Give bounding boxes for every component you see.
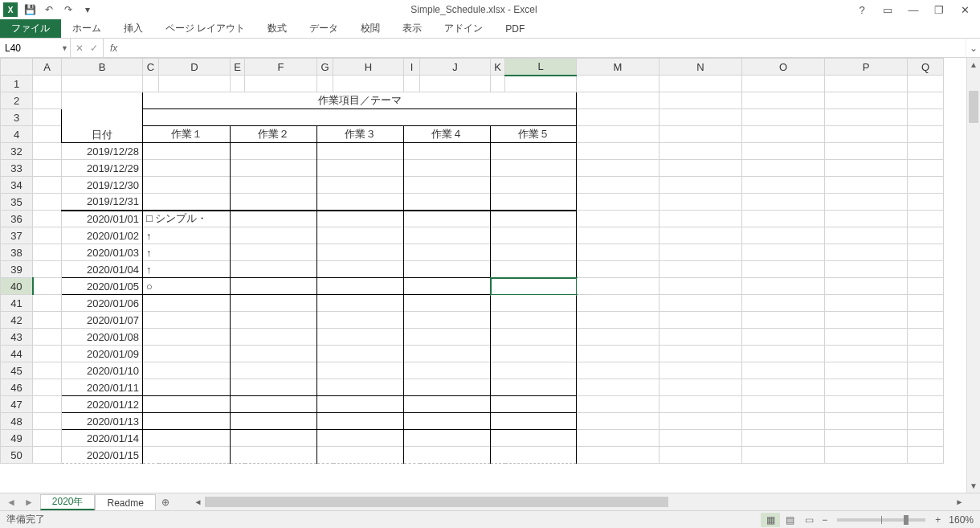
cell-Q38[interactable] — [908, 244, 944, 261]
cell-M33[interactable] — [577, 160, 659, 177]
cell-A37[interactable] — [33, 227, 62, 244]
cell-O32[interactable] — [742, 143, 825, 160]
cell-E50[interactable] — [231, 447, 317, 464]
sheet-tab-2[interactable]: Readme — [95, 494, 155, 510]
redo-button[interactable]: ↷ — [61, 2, 76, 17]
cell-M47[interactable] — [577, 396, 659, 413]
cell-Q47[interactable] — [908, 396, 944, 413]
cell-K49[interactable] — [491, 430, 577, 447]
cell-G35[interactable] — [317, 194, 404, 211]
cell-P2[interactable] — [825, 92, 908, 109]
cell-K36[interactable] — [491, 211, 577, 227]
cell-C42[interactable] — [143, 312, 231, 329]
cell-B2[interactable]: 日付 — [62, 92, 143, 143]
row-header-35[interactable]: 35 — [1, 194, 33, 211]
cell-P43[interactable] — [825, 329, 908, 346]
col-header-N[interactable]: N — [659, 59, 742, 76]
cell-K32[interactable] — [491, 143, 577, 160]
cell-D1[interactable] — [159, 76, 231, 92]
cell-E4[interactable]: 作業２ — [231, 126, 317, 143]
cell-O45[interactable] — [742, 362, 825, 379]
tab-review[interactable]: 校閲 — [349, 19, 391, 38]
cell-B33[interactable]: 2019/12/29 — [62, 160, 143, 177]
cell-C2[interactable]: 作業項目／テーマ — [143, 92, 577, 109]
col-header-H[interactable]: H — [333, 59, 404, 76]
cell-A42[interactable] — [33, 312, 62, 329]
col-header-D[interactable]: D — [159, 59, 231, 76]
cell-Q49[interactable] — [908, 430, 944, 447]
cell-G47[interactable] — [317, 396, 404, 413]
worksheet-grid[interactable]: ABCDEFGHIJKLMNOPQ12日付作業項目／テーマ34作業１作業２作業３… — [0, 58, 980, 493]
row-header-42[interactable]: 42 — [1, 312, 33, 329]
cell-M49[interactable] — [577, 430, 659, 447]
cell-I39[interactable] — [404, 261, 491, 278]
cell-M1[interactable] — [577, 76, 659, 92]
cell-C35[interactable] — [143, 194, 231, 211]
cell-N1[interactable] — [659, 76, 742, 92]
cell-M37[interactable] — [577, 227, 659, 244]
cell-B35[interactable]: 2019/12/31 — [62, 194, 143, 211]
cell-C3[interactable] — [143, 109, 577, 126]
cell-Q4[interactable] — [908, 126, 944, 143]
cell-Q36[interactable] — [908, 211, 944, 227]
cell-E48[interactable] — [231, 413, 317, 430]
row-header-41[interactable]: 41 — [1, 295, 33, 312]
cell-L1[interactable] — [505, 76, 577, 92]
fx-label[interactable]: fx — [104, 39, 124, 57]
row-header-4[interactable]: 4 — [1, 126, 33, 143]
cell-N44[interactable] — [659, 346, 742, 362]
cell-C46[interactable] — [143, 379, 231, 396]
cell-K42[interactable] — [491, 312, 577, 329]
row-header-1[interactable]: 1 — [1, 76, 33, 92]
cell-E47[interactable] — [231, 396, 317, 413]
view-normal-button[interactable]: ▦ — [761, 513, 780, 527]
cell-K33[interactable] — [491, 160, 577, 177]
cell-G32[interactable] — [317, 143, 404, 160]
cell-O46[interactable] — [742, 379, 825, 396]
cell-P36[interactable] — [825, 211, 908, 227]
tab-file[interactable]: ファイル — [0, 19, 61, 38]
cell-K43[interactable] — [491, 329, 577, 346]
col-header-J[interactable]: J — [420, 59, 491, 76]
cell-C41[interactable] — [143, 295, 231, 312]
cell-Q3[interactable] — [908, 109, 944, 126]
cell-P34[interactable] — [825, 177, 908, 194]
cell-M32[interactable] — [577, 143, 659, 160]
cell-A36[interactable] — [33, 211, 62, 227]
cell-I34[interactable] — [404, 177, 491, 194]
cell-Q48[interactable] — [908, 413, 944, 430]
cell-N48[interactable] — [659, 413, 742, 430]
cell-B34[interactable]: 2019/12/30 — [62, 177, 143, 194]
cell-B36[interactable]: 2020/01/01 — [62, 211, 143, 227]
cell-Q33[interactable] — [908, 160, 944, 177]
cell-E39[interactable] — [231, 261, 317, 278]
cell-Q34[interactable] — [908, 177, 944, 194]
cell-O42[interactable] — [742, 312, 825, 329]
cell-A46[interactable] — [33, 379, 62, 396]
row-header-50[interactable]: 50 — [1, 447, 33, 464]
cell-A40[interactable] — [33, 278, 62, 295]
cell-P49[interactable] — [825, 430, 908, 447]
col-header-K[interactable]: K — [491, 59, 505, 76]
cell-P37[interactable] — [825, 227, 908, 244]
cell-N36[interactable] — [659, 211, 742, 227]
cell-B48[interactable]: 2020/01/13 — [62, 413, 143, 430]
cell-A39[interactable] — [33, 261, 62, 278]
cell-O40[interactable] — [742, 278, 825, 295]
cell-K38[interactable] — [491, 244, 577, 261]
cell-E46[interactable] — [231, 379, 317, 396]
cell-G33[interactable] — [317, 160, 404, 177]
tab-addin[interactable]: アドイン — [433, 19, 494, 38]
formula-input[interactable] — [124, 39, 966, 57]
cell-B1[interactable] — [62, 76, 143, 92]
cell-O1[interactable] — [742, 76, 825, 92]
cell-C38[interactable]: ↑ — [143, 244, 231, 261]
cell-Q32[interactable] — [908, 143, 944, 160]
cell-O3[interactable] — [742, 109, 825, 126]
cell-E38[interactable] — [231, 244, 317, 261]
hscroll-thumb[interactable] — [205, 497, 668, 507]
cell-O43[interactable] — [742, 329, 825, 346]
cell-N34[interactable] — [659, 177, 742, 194]
col-header-M[interactable]: M — [577, 59, 659, 76]
cell-G41[interactable] — [317, 295, 404, 312]
